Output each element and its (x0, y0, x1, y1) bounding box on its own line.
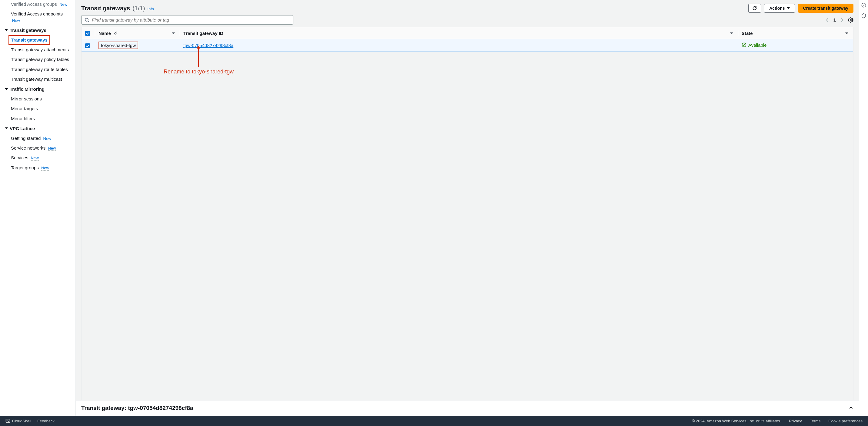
sidebar-item-tgw-policy-tables[interactable]: Transit gateway policy tables (0, 55, 75, 64)
new-badge: New (41, 166, 49, 171)
search-icon (85, 18, 89, 23)
sidebar-item-label: Service networks (11, 145, 45, 150)
sidebar-item-label: Transit gateway multicast (11, 77, 62, 82)
row-checkbox[interactable] (85, 44, 90, 48)
search-input[interactable] (92, 17, 290, 23)
svg-point-1 (850, 19, 851, 21)
table-row[interactable]: tokyo-shared-tgw tgw-07054d8274298cf8a A… (82, 39, 853, 52)
sidebar-item-getting-started[interactable]: Getting started New (0, 134, 75, 143)
chevron-left-icon (826, 18, 829, 22)
sort-icon (730, 32, 733, 34)
sidebar-item-label: Transit gateway route tables (11, 67, 68, 72)
new-badge: New (43, 136, 51, 141)
row-name-cell[interactable]: tokyo-shared-tgw (98, 41, 138, 49)
actions-button-label: Actions (769, 6, 785, 10)
cloudshell-icon (5, 419, 10, 423)
caret-down-icon (5, 127, 8, 129)
sidebar-item-mirror-filters[interactable]: Mirror filters (0, 114, 75, 123)
sidebar: Verified Access groups New Verified Acce… (0, 0, 76, 416)
sidebar-item-label: Getting started (11, 136, 41, 141)
new-badge: New (48, 146, 56, 151)
svg-rect-4 (6, 419, 10, 423)
nav-section-traffic-mirroring[interactable]: Traffic Mirroring (0, 84, 75, 94)
column-label: Name (98, 31, 111, 36)
sidebar-item-mirror-sessions[interactable]: Mirror sessions (0, 94, 75, 104)
nav-section-label: Transit gateways (10, 28, 46, 33)
sidebar-item-label: Mirror targets (11, 106, 38, 111)
sidebar-item-transit-gateways[interactable]: Transit gateways (8, 35, 50, 45)
sidebar-item-tgw-route-tables[interactable]: Transit gateway route tables (0, 65, 75, 74)
create-transit-gateway-button[interactable]: Create transit gateway (798, 4, 854, 13)
privacy-link[interactable]: Privacy (789, 419, 802, 423)
sort-icon (172, 32, 175, 34)
new-badge: New (59, 2, 67, 7)
column-header-state[interactable]: State (738, 27, 853, 39)
sidebar-item-label: Mirror filters (11, 116, 35, 121)
terms-link[interactable]: Terms (810, 419, 820, 423)
state-text: Available (748, 42, 767, 48)
column-label: Transit gateway ID (183, 31, 223, 36)
column-header-name[interactable]: Name (95, 27, 180, 39)
right-rail (859, 0, 868, 416)
sidebar-item-label: Verified Access endpoints (11, 11, 63, 17)
search-box[interactable] (81, 15, 293, 25)
nav-section-transit-gateways[interactable]: Transit gateways (0, 25, 75, 35)
collapse-detail-button[interactable] (848, 405, 854, 411)
new-badge: New (12, 18, 20, 23)
sidebar-item-mirror-targets[interactable]: Mirror targets (0, 104, 75, 113)
sidebar-item-target-groups[interactable]: Target groups New (0, 163, 75, 173)
state-badge: Available (742, 42, 767, 48)
svg-point-0 (85, 18, 88, 21)
detail-title-id: tgw-07054d8274298cf8a (128, 405, 193, 411)
table: Name Transit gateway ID State (81, 27, 854, 400)
nav-section-vpc-lattice[interactable]: VPC Lattice (0, 123, 75, 134)
copyright-text: © 2024, Amazon Web Services, Inc. or its… (692, 419, 781, 423)
cloudshell-button[interactable]: CloudShell (5, 419, 31, 423)
check-circle-icon (742, 42, 746, 47)
create-button-label: Create transit gateway (803, 6, 848, 10)
info-link[interactable]: Info (147, 7, 154, 11)
edit-icon (113, 31, 118, 35)
column-header-tgw-id[interactable]: Transit gateway ID (180, 27, 738, 39)
caret-down-icon (5, 88, 8, 90)
select-all-checkbox[interactable] (85, 31, 90, 36)
new-badge: New (31, 155, 39, 161)
sidebar-item-services[interactable]: Services New (0, 153, 75, 163)
column-label: State (742, 31, 753, 36)
help-panel-button[interactable] (861, 13, 867, 20)
sidebar-item-label: Services (11, 155, 29, 160)
sidebar-item-label: Transit gateway policy tables (11, 57, 69, 62)
hexagon-icon (861, 13, 867, 19)
page-title: Transit gateways (81, 5, 130, 12)
info-panel-button[interactable] (861, 2, 867, 9)
settings-button[interactable] (848, 17, 854, 23)
nav-section-label: Traffic Mirroring (10, 86, 44, 92)
cookie-preferences-link[interactable]: Cookie preferences (828, 419, 863, 423)
next-page-button[interactable] (840, 18, 844, 22)
detail-panel: Transit gateway: tgw-07054d8274298cf8a (76, 400, 859, 416)
prev-page-button[interactable] (826, 18, 829, 22)
sidebar-item-verified-access-endpoints[interactable]: Verified Access endpoints New (0, 9, 75, 25)
chevron-right-icon (840, 18, 844, 22)
actions-button[interactable]: Actions (764, 4, 795, 13)
caret-down-icon (787, 7, 790, 9)
row-name-text: tokyo-shared-tgw (101, 43, 136, 48)
sidebar-item-label: Verified Access groups (11, 1, 57, 7)
detail-panel-title: Transit gateway: tgw-07054d8274298cf8a (81, 405, 193, 411)
sidebar-item-tgw-attachments[interactable]: Transit gateway attachments (0, 45, 75, 55)
cloudshell-label: CloudShell (12, 419, 31, 423)
sidebar-item-label: Mirror sessions (11, 96, 42, 101)
sidebar-item-service-networks[interactable]: Service networks New (0, 143, 75, 153)
sidebar-item-verified-access-groups[interactable]: Verified Access groups New (0, 1, 75, 9)
nav-section-label: VPC Lattice (10, 126, 35, 131)
tgw-id-link[interactable]: tgw-07054d8274298cf8a (183, 43, 234, 48)
page-count: (1/1) (132, 5, 145, 12)
sidebar-item-label: Target groups (11, 165, 39, 170)
gear-icon (848, 17, 854, 23)
feedback-link[interactable]: Feedback (37, 419, 55, 423)
sidebar-item-tgw-multicast[interactable]: Transit gateway multicast (0, 74, 75, 84)
chevron-up-icon (848, 405, 854, 410)
refresh-button[interactable] (748, 4, 761, 13)
caret-down-icon (5, 29, 8, 31)
refresh-icon (752, 6, 757, 10)
